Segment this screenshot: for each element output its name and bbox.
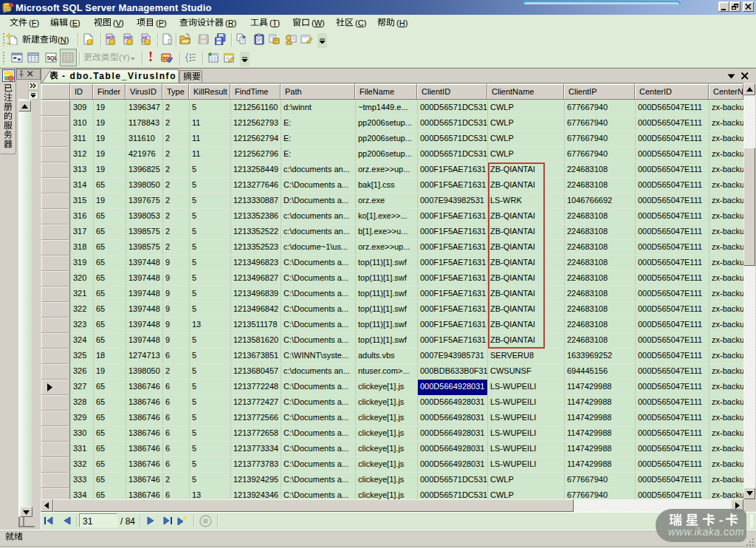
svg-text:SQL: SQL xyxy=(47,55,57,61)
svg-text:MDX: MDX xyxy=(106,36,114,40)
svg-text:DMX: DMX xyxy=(124,36,132,40)
